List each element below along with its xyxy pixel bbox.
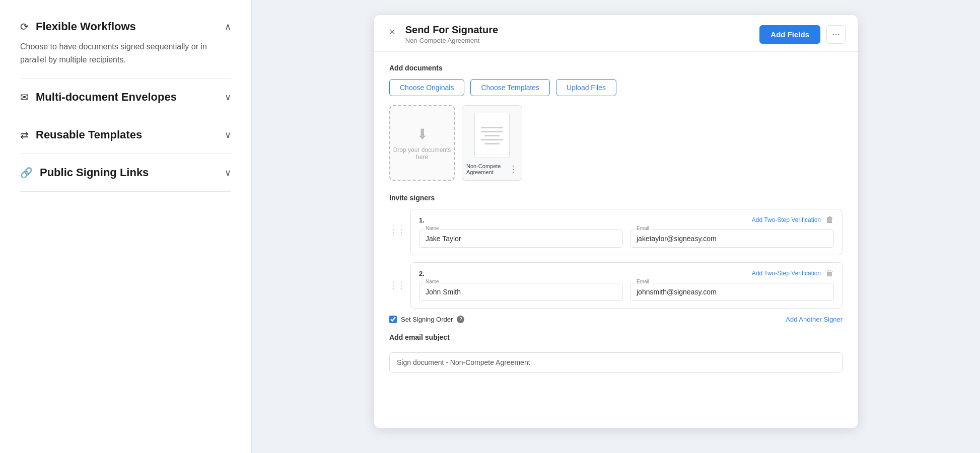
modal-container: × Send For Signature Non-Compete Agreeme… xyxy=(374,15,858,428)
signer-row-2: ⋮⋮ 2. Add Two-Step Verification 🗑 xyxy=(389,262,843,309)
modal-title: Send For Signature xyxy=(405,24,498,36)
feature-header-reusable-templates[interactable]: ⇄ Reusable Templates ∨ xyxy=(20,128,231,141)
signing-order-left: Set Signing Order ? xyxy=(389,316,464,323)
feature-header-multi-document[interactable]: ✉ Multi-document Envelopes ∨ xyxy=(20,91,231,104)
doc-buttons: Choose Originals Choose Templates Upload… xyxy=(389,79,843,96)
doc-area: ⬇ Drop your documents here Non-Compete xyxy=(389,105,843,181)
signer-fields-2: Name Email xyxy=(419,283,834,301)
more-options-button[interactable]: ⋯ xyxy=(826,25,846,44)
signer-1-email-group: Email xyxy=(630,230,834,248)
multi-document-icon: ✉ xyxy=(20,91,29,103)
modal-header-left: × Send For Signature Non-Compete Agreeme… xyxy=(386,24,498,44)
flexible-workflows-icon: ⟳ xyxy=(20,21,29,33)
doc-more-button[interactable]: ⋮ xyxy=(509,164,518,175)
signer-card-2: 2. Add Two-Step Verification 🗑 Name xyxy=(410,262,843,309)
modal-header-actions: Add Fields ⋯ xyxy=(759,25,846,44)
email-subject-label: Add email subject xyxy=(389,333,843,341)
choose-templates-button[interactable]: Choose Templates xyxy=(470,79,550,96)
choose-originals-button[interactable]: Choose Originals xyxy=(389,79,464,96)
signer-1-name-label: Name xyxy=(424,225,441,231)
close-button[interactable]: × xyxy=(386,25,398,39)
signer-1-name-group: Name xyxy=(419,230,623,248)
drop-zone-text: Drop your documents here xyxy=(390,146,454,161)
modal-body: Add documents Choose Originals Choose Te… xyxy=(374,52,858,385)
signer-2-name-input[interactable] xyxy=(419,283,623,301)
signer-1-email-input[interactable] xyxy=(630,230,834,248)
document-thumbnail: Non-Compete Agreement ⋮ xyxy=(462,105,522,181)
add-documents-label: Add documents xyxy=(389,64,843,72)
delete-signer-1-button[interactable]: 🗑 xyxy=(826,215,834,224)
doc-line-5 xyxy=(484,143,500,144)
signer-card-header-2: 2. Add Two-Step Verification 🗑 xyxy=(419,269,834,278)
multi-document-title: Multi-document Envelopes xyxy=(36,91,177,104)
reusable-templates-icon: ⇄ xyxy=(20,129,29,141)
signers-section: Invite signers ⋮⋮ 1. Add Two-Step Verifi… xyxy=(389,194,843,323)
signer-actions-1: Add Two-Step Verification 🗑 xyxy=(752,215,834,224)
feature-flexible-workflows: ⟳ Flexible Workflows ∧ Choose to have do… xyxy=(20,15,231,79)
signer-1-name-input[interactable] xyxy=(419,230,623,248)
doc-line-4 xyxy=(481,139,503,140)
doc-name: Non-Compete Agreement xyxy=(466,163,509,175)
drop-zone[interactable]: ⬇ Drop your documents here xyxy=(389,105,455,181)
feature-header-left: ⟳ Flexible Workflows xyxy=(20,20,136,33)
public-signing-title: Public Signing Links xyxy=(40,166,149,179)
drop-icon: ⬇ xyxy=(416,126,428,142)
feature-header-left-2: ✉ Multi-document Envelopes xyxy=(20,91,177,104)
signer-card-header-1: 1. Add Two-Step Verification 🗑 xyxy=(419,215,834,224)
signer-2-name-group: Name xyxy=(419,283,623,301)
signer-fields-1: Name Email xyxy=(419,230,834,248)
flexible-workflows-chevron: ∧ xyxy=(225,21,231,32)
flexible-workflows-title: Flexible Workflows xyxy=(36,20,136,33)
signer-2-email-input[interactable] xyxy=(630,283,834,301)
email-subject-input[interactable] xyxy=(389,352,843,372)
feature-header-left-4: 🔗 Public Signing Links xyxy=(20,166,149,179)
signer-row-1: ⋮⋮ 1. Add Two-Step Verification 🗑 xyxy=(389,209,843,255)
signer-2-name-label: Name xyxy=(424,279,441,284)
add-another-signer-link[interactable]: Add Another Signer xyxy=(786,316,843,323)
email-subject-section: Add email subject xyxy=(389,333,843,372)
feature-header-flexible-workflows[interactable]: ⟳ Flexible Workflows ∧ xyxy=(20,20,231,33)
reusable-templates-chevron: ∨ xyxy=(225,129,231,140)
signer-1-email-label: Email xyxy=(635,225,651,231)
modal-subtitle: Non-Compete Agreement xyxy=(405,37,498,44)
feature-multi-document: ✉ Multi-document Envelopes ∨ xyxy=(20,79,231,116)
public-signing-icon: 🔗 xyxy=(20,167,33,179)
multi-document-chevron: ∨ xyxy=(225,92,231,103)
flexible-workflows-description: Choose to have documents signed sequenti… xyxy=(20,40,231,66)
add-fields-button[interactable]: Add Fields xyxy=(759,25,820,44)
reusable-templates-title: Reusable Templates xyxy=(36,128,142,141)
doc-paper xyxy=(474,113,510,158)
two-step-link-1[interactable]: Add Two-Step Verification xyxy=(752,216,821,223)
public-signing-chevron: ∨ xyxy=(225,167,231,178)
signer-2-email-group: Email xyxy=(630,283,834,301)
feature-header-public-signing[interactable]: 🔗 Public Signing Links ∨ xyxy=(20,166,231,179)
delete-signer-2-button[interactable]: 🗑 xyxy=(826,269,834,278)
drag-handle-1[interactable]: ⋮⋮ xyxy=(389,228,405,237)
signing-order-row: Set Signing Order ? Add Another Signer xyxy=(389,316,843,323)
doc-line-3 xyxy=(484,135,500,136)
left-panel: ⟳ Flexible Workflows ∧ Choose to have do… xyxy=(0,0,252,453)
doc-line-1 xyxy=(481,127,503,128)
signing-order-help-icon[interactable]: ? xyxy=(457,316,464,323)
feature-header-left-3: ⇄ Reusable Templates xyxy=(20,128,142,141)
signing-order-checkbox[interactable] xyxy=(389,316,397,323)
right-area: × Send For Signature Non-Compete Agreeme… xyxy=(252,0,980,453)
drag-handle-2[interactable]: ⋮⋮ xyxy=(389,281,405,290)
modal-header: × Send For Signature Non-Compete Agreeme… xyxy=(374,15,858,52)
signer-number-1: 1. xyxy=(419,216,425,224)
signer-actions-2: Add Two-Step Verification 🗑 xyxy=(752,269,834,278)
doc-line-2 xyxy=(481,131,503,132)
signing-order-label: Set Signing Order xyxy=(401,316,453,323)
doc-name-row: Non-Compete Agreement ⋮ xyxy=(466,163,518,175)
modal-title-block: Send For Signature Non-Compete Agreement xyxy=(405,24,498,44)
invite-signers-label: Invite signers xyxy=(389,194,843,202)
signer-number-2: 2. xyxy=(419,270,425,277)
two-step-link-2[interactable]: Add Two-Step Verification xyxy=(752,270,821,277)
feature-public-signing: 🔗 Public Signing Links ∨ xyxy=(20,154,231,192)
signer-card-1: 1. Add Two-Step Verification 🗑 Name xyxy=(410,209,843,255)
signer-2-email-label: Email xyxy=(635,279,651,284)
feature-reusable-templates: ⇄ Reusable Templates ∨ xyxy=(20,116,231,154)
upload-files-button[interactable]: Upload Files xyxy=(556,79,616,96)
page-wrapper: ⟳ Flexible Workflows ∧ Choose to have do… xyxy=(0,0,980,453)
